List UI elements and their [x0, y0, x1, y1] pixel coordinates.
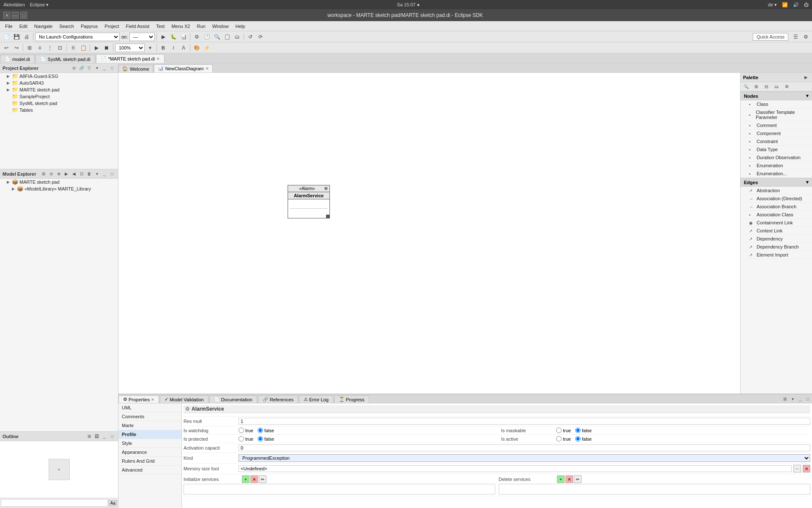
t2-snap[interactable]: ⊡: [55, 44, 65, 52]
props-nav-marte[interactable]: Marte: [118, 421, 181, 430]
palette-tb-5[interactable]: ⚙: [782, 83, 791, 91]
bottom-open-editor[interactable]: ⊞: [782, 395, 788, 402]
menu-window[interactable]: Window: [209, 23, 232, 30]
memory-more-btn[interactable]: ···: [793, 465, 801, 472]
palette-edge-assoc-class[interactable]: ▪ Association Class: [741, 211, 812, 219]
me-btn6[interactable]: ⊡: [78, 171, 85, 177]
props-nav-advanced[interactable]: Advanced: [118, 466, 181, 475]
close-properties[interactable]: ✕: [151, 398, 154, 402]
t2-misc1[interactable]: ⚡: [202, 44, 211, 52]
toolbar-right-1[interactable]: ☰: [791, 33, 800, 41]
menu-run[interactable]: Run: [193, 23, 208, 30]
palette-edge-assoc-directed[interactable]: → Association (Directed): [741, 195, 812, 203]
pe-menu[interactable]: ▾: [93, 65, 100, 72]
pe-collapse-all[interactable]: ⊖: [71, 65, 77, 72]
zoom-selector[interactable]: 100% 75% 150%: [115, 44, 145, 52]
menu-edit[interactable]: Edit: [16, 23, 31, 30]
props-nav-rulers[interactable]: Rulers And Grid: [118, 457, 181, 466]
outline-min[interactable]: _: [101, 433, 108, 440]
delete-edit-btn[interactable]: ✏: [574, 475, 582, 483]
kind-select[interactable]: ProgrammedException Exception Interrupt: [239, 454, 810, 462]
palette-tb-3[interactable]: ⊟: [762, 83, 771, 91]
palette-node-datatype[interactable]: ▪ Data Type: [741, 146, 812, 154]
t2-undo[interactable]: ↩: [2, 44, 11, 52]
resmult-input[interactable]: [239, 418, 810, 425]
t2-stop[interactable]: ⏹: [102, 44, 111, 52]
uml-class-alarmservice[interactable]: «Alarm» ⊞ AlarmService: [288, 185, 330, 218]
me-max[interactable]: □: [109, 171, 115, 177]
minimize-button[interactable]: —: [12, 12, 19, 19]
activation-input[interactable]: [239, 444, 810, 451]
props-nav-profile[interactable]: Profile: [118, 430, 181, 439]
palette-tb-4[interactable]: 🗂: [772, 83, 781, 91]
pe-item-marte[interactable]: ▶ 📁 MARTE sketch pad: [0, 86, 118, 93]
t2-color[interactable]: 🎨: [192, 44, 201, 52]
palette-edge-element-import[interactable]: ↗ Element Import: [741, 251, 812, 259]
palette-node-enumeration2[interactable]: ▪ Enumeration...: [741, 170, 812, 178]
protected-radio-false[interactable]: [258, 436, 263, 442]
menu-navigate[interactable]: Navigate: [31, 23, 56, 30]
pe-min[interactable]: _: [101, 65, 108, 72]
menu-menux2[interactable]: Menu X2: [168, 23, 193, 30]
tab-model-di[interactable]: 📄 model.di: [0, 55, 35, 63]
me-item-marte[interactable]: ▶ 📦 MARTE sketch pad: [0, 179, 118, 185]
outline-search-input[interactable]: [1, 499, 108, 507]
bottom-min[interactable]: _: [797, 395, 804, 402]
palette-edge-containment[interactable]: ◉ Containment Link: [741, 219, 812, 227]
maskable-radio-true[interactable]: [556, 428, 562, 433]
me-btn3[interactable]: ⊕: [55, 171, 62, 177]
t2-layout[interactable]: ⊞: [25, 44, 34, 52]
props-nav-appearance[interactable]: Appearance: [118, 448, 181, 457]
active-radio-false[interactable]: [575, 436, 581, 442]
toolbar-right-2[interactable]: ⚙: [801, 33, 810, 41]
me-btn7[interactable]: 🗑: [86, 171, 93, 177]
menu-papyrus[interactable]: Papyrus: [77, 23, 101, 30]
palette-edge-context[interactable]: ↗ Context Link: [741, 227, 812, 235]
diagram-canvas[interactable]: «Alarm» ⊞ AlarmService: [118, 73, 740, 394]
menu-project[interactable]: Project: [101, 23, 122, 30]
t2-run[interactable]: ▶: [92, 44, 101, 52]
on-selector[interactable]: —: [129, 33, 155, 41]
tab-close-marte[interactable]: ✕: [156, 57, 160, 61]
me-btn1[interactable]: ⊞: [40, 171, 47, 177]
activities-label[interactable]: Aktivitäten: [3, 2, 25, 8]
pe-filter[interactable]: ▽: [86, 65, 93, 72]
maximize-button[interactable]: □: [20, 12, 27, 19]
uml-resize-handle[interactable]: [326, 215, 329, 218]
init-add-btn[interactable]: +: [242, 475, 250, 483]
delete-add-btn[interactable]: +: [557, 475, 565, 483]
pe-max[interactable]: □: [109, 65, 115, 72]
palette-node-duration[interactable]: ▪ Duration Observation: [741, 154, 812, 162]
toolbar-debug[interactable]: 🐛: [169, 33, 178, 41]
active-radio-true[interactable]: [556, 436, 562, 442]
me-menu[interactable]: ▾: [93, 171, 100, 177]
palette-node-component[interactable]: ▪ Component: [741, 130, 812, 138]
me-btn4[interactable]: ▶: [63, 171, 70, 177]
memory-input[interactable]: [239, 465, 792, 472]
pe-item-sysml[interactable]: 📁 SysML sketch pad: [0, 100, 118, 107]
pe-item-tables[interactable]: 📁 Tables: [0, 107, 118, 113]
palette-node-class[interactable]: ▪ Class: [741, 100, 812, 108]
pe-link[interactable]: 🔗: [78, 65, 85, 72]
bottom-sort[interactable]: ▾: [789, 395, 796, 402]
toolbar-profile[interactable]: 📊: [179, 33, 188, 41]
menu-help[interactable]: Help: [232, 23, 249, 30]
toolbar-misc4[interactable]: ⟳: [256, 33, 265, 41]
close-button[interactable]: ✕: [3, 12, 10, 19]
tab-error-log[interactable]: ⚠ Error Log: [299, 395, 333, 403]
t2-font[interactable]: A: [179, 44, 188, 52]
maskable-radio-false[interactable]: [575, 428, 581, 433]
toolbar-misc1[interactable]: 📋: [222, 33, 232, 41]
t2-copy[interactable]: ⎘: [69, 44, 78, 52]
me-min[interactable]: _: [101, 171, 108, 177]
me-btn2[interactable]: ⊖: [48, 171, 55, 177]
tab-marte-active[interactable]: 📄 *MARTE sketch pad.di ✕: [96, 54, 165, 63]
tab-progress[interactable]: ⏳ Progress: [334, 395, 369, 403]
me-item-library[interactable]: ▶ 📦 «ModelLibrary» MARTE_Library: [0, 185, 118, 192]
menu-search[interactable]: Search: [56, 23, 77, 30]
tab-welcome[interactable]: 🏠 Welcome: [118, 65, 153, 72]
t2-redo[interactable]: ↪: [12, 44, 21, 52]
me-btn5[interactable]: ◀: [71, 171, 77, 177]
close-class-diagram[interactable]: ✕: [206, 66, 209, 71]
toolbar-history[interactable]: 🕐: [202, 33, 211, 41]
